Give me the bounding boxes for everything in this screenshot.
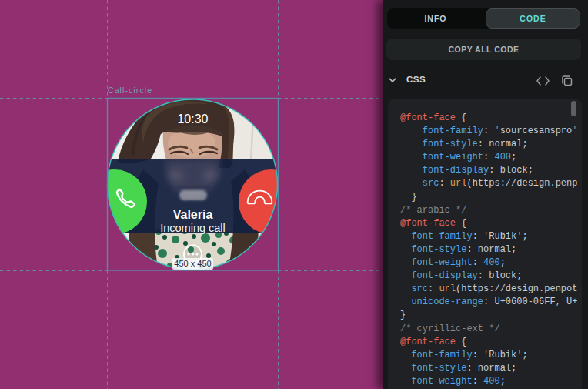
svg-text:Valeria: Valeria	[173, 208, 213, 221]
svg-text:Call-circle: Call-circle	[108, 86, 152, 95]
svg-text:10:30: 10:30	[177, 112, 208, 126]
svg-text:450 x 450: 450 x 450	[174, 259, 211, 268]
svg-text:Incoming call: Incoming call	[160, 222, 226, 234]
